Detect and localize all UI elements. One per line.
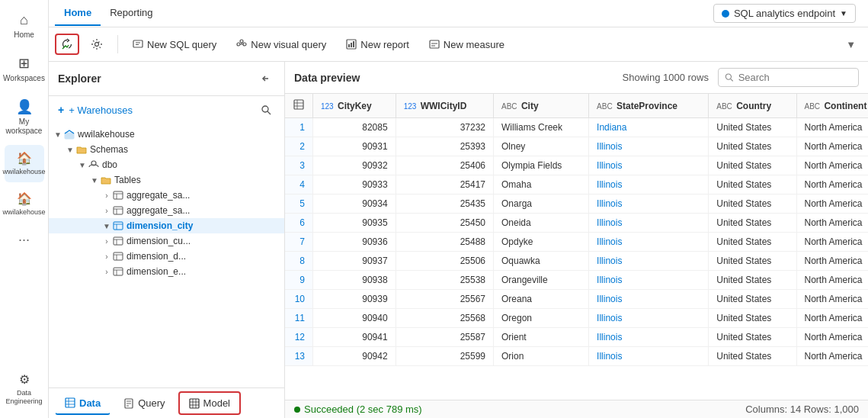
new-sql-query-button[interactable]: New SQL query — [124, 34, 225, 55]
row-num: 1 — [285, 118, 313, 137]
search-box-icon — [725, 72, 734, 82]
tree-node-dbo[interactable]: ▼ dbo — [49, 157, 284, 172]
cell-country: United States — [709, 214, 796, 233]
nav-wwilakehouse-1[interactable]: 🏠 wwilakehouse — [5, 145, 44, 182]
cell-citykey: 90934 — [313, 195, 396, 214]
tree-node-dimension-d[interactable]: › dimension_d... — [49, 249, 284, 264]
tab-data[interactable]: Data — [55, 392, 111, 415]
tree-node-wwilakehouse[interactable]: ▼ wwilakehouse — [49, 127, 284, 142]
nav-home[interactable]: ⌂ Home — [5, 6, 44, 46]
tree-node-aggregate-sa-2[interactable]: › aggregate_sa... — [49, 203, 284, 218]
search-explorer-button[interactable] — [257, 101, 275, 119]
row-num: 7 — [285, 233, 313, 252]
settings-button[interactable] — [82, 34, 111, 55]
svg-point-6 — [243, 43, 246, 46]
table-row: 12 90941 25587 Orient Illinois United St… — [285, 328, 868, 347]
cell-city: Williams Creek — [494, 118, 589, 137]
table-row: 5 90934 25435 Onarga Illinois United Sta… — [285, 195, 868, 214]
cell-country: United States — [709, 328, 796, 347]
sidebar-actions — [257, 69, 275, 88]
tab-home[interactable]: Home — [55, 1, 101, 26]
data-table-wrapper[interactable]: 123 CityKey 123 WWICityID ABC City ABC S… — [285, 94, 868, 400]
svg-rect-37 — [114, 268, 123, 275]
cell-city: Oreana — [494, 290, 589, 309]
row-num: 10 — [285, 290, 313, 309]
toolbar-collapse-button[interactable]: ▼ — [840, 36, 862, 53]
svg-rect-14 — [430, 40, 439, 48]
cell-state: Illinois — [589, 195, 709, 214]
tree-label-dimension-d: dimension_d... — [127, 251, 186, 262]
new-measure-button[interactable]: New measure — [421, 34, 513, 55]
tab-model[interactable]: Model — [178, 391, 241, 415]
cell-wwicityid: 25599 — [396, 347, 493, 366]
cell-wwicityid: 25417 — [396, 175, 493, 195]
nav-data-engineering[interactable]: ⚙ Data Engineering — [5, 366, 44, 412]
cell-country: United States — [709, 309, 796, 328]
new-report-button[interactable]: New report — [338, 34, 418, 55]
nav-more[interactable]: ··· — [5, 226, 44, 254]
left-nav: ⌂ Home ⊞ Workspaces 👤 My workspace 🏠 wwi… — [0, 0, 49, 418]
new-measure-label: New measure — [444, 39, 504, 50]
col-header-city: ABC City — [494, 94, 589, 118]
table-icon-dimension-e — [113, 266, 123, 277]
tree-node-dimension-city[interactable]: ▼ dimension_city — [49, 218, 284, 233]
grid-info: Showing 1000 rows — [623, 68, 859, 87]
tree-node-tables[interactable]: ▼ Tables — [49, 172, 284, 188]
cell-city: Olympia Fields — [494, 156, 589, 175]
tab-reporting[interactable]: Reporting — [101, 1, 162, 26]
tree-node-dimension-cu[interactable]: › dimension_cu... — [49, 233, 284, 249]
col-header-state: ABC StateProvince — [589, 94, 709, 118]
table-row: 11 90940 25568 Oregon Illinois United St… — [285, 309, 868, 328]
cell-country: United States — [709, 195, 796, 214]
nav-wwilakehouse-1-label: wwilakehouse — [2, 168, 45, 176]
nav-home-label: Home — [14, 31, 34, 40]
explorer-sidebar: Explorer + + Warehouses — [49, 62, 285, 418]
search-input[interactable] — [738, 72, 852, 83]
cell-wwicityid: 37232 — [396, 118, 493, 137]
tree-view: ▼ wwilakehouse ▼ Schemas — [49, 124, 284, 387]
nav-my-workspace[interactable]: 👤 My workspace — [5, 92, 44, 142]
tree-node-schemas[interactable]: ▼ Schemas — [49, 142, 284, 157]
table-icon-dimension-cu — [113, 236, 123, 246]
cell-citykey: 90932 — [313, 156, 396, 175]
tree-node-dimension-e[interactable]: › dimension_e... — [49, 264, 284, 279]
cell-citykey: 82085 — [313, 118, 396, 137]
cell-country: United States — [709, 118, 796, 137]
svg-rect-11 — [348, 44, 350, 47]
svg-line-19 — [267, 111, 271, 114]
svg-point-7 — [240, 40, 243, 43]
table-row: 3 90932 25406 Olympia Fields Illinois Un… — [285, 156, 868, 175]
row-num: 6 — [285, 214, 313, 233]
cell-citykey: 90933 — [313, 175, 396, 195]
svg-rect-25 — [114, 207, 123, 214]
collapse-panel-button[interactable] — [257, 69, 275, 88]
cell-citykey: 90935 — [313, 214, 396, 233]
refresh-button[interactable] — [55, 34, 79, 55]
search-box[interactable] — [718, 68, 859, 87]
tree-node-aggregate-sa-1[interactable]: › aggregate_sa... — [49, 188, 284, 203]
cell-state: Indiana — [589, 118, 709, 137]
tab-query[interactable]: Query — [114, 392, 175, 414]
cell-city: Oregon — [494, 309, 589, 328]
table-row: 10 90939 25567 Oreana Illinois United St… — [285, 290, 868, 309]
endpoint-badge[interactable]: SQL analytics endpoint ▼ — [713, 4, 856, 23]
visual-query-icon — [236, 39, 247, 50]
nav-wwilakehouse-2[interactable]: 🏠 wwilakehouse — [5, 185, 44, 223]
cell-continent: North America — [796, 118, 868, 137]
table-row: 7 90936 25488 Opdyke Illinois United Sta… — [285, 233, 868, 252]
svg-point-1 — [95, 43, 99, 47]
add-warehouse-button[interactable]: + + Warehouses — [49, 96, 284, 124]
folder-icon — [76, 144, 87, 155]
expand-dbo-icon: ▼ — [76, 161, 88, 169]
new-visual-query-button[interactable]: New visual query — [228, 34, 335, 55]
expand-dimension-e-icon: › — [101, 268, 113, 276]
tab-row: Home Reporting SQL analytics endpoint ▼ — [49, 0, 868, 27]
main-area: Explorer + + Warehouses — [49, 62, 868, 418]
cell-continent: North America — [796, 309, 868, 328]
cell-wwicityid: 25393 — [396, 137, 493, 156]
expand-dimension-d-icon: › — [101, 252, 113, 261]
nav-workspaces[interactable]: ⊞ Workspaces — [5, 49, 44, 89]
tree-label-tables: Tables — [114, 175, 141, 185]
more-icon: ··· — [18, 232, 30, 248]
cell-country: United States — [709, 233, 796, 252]
